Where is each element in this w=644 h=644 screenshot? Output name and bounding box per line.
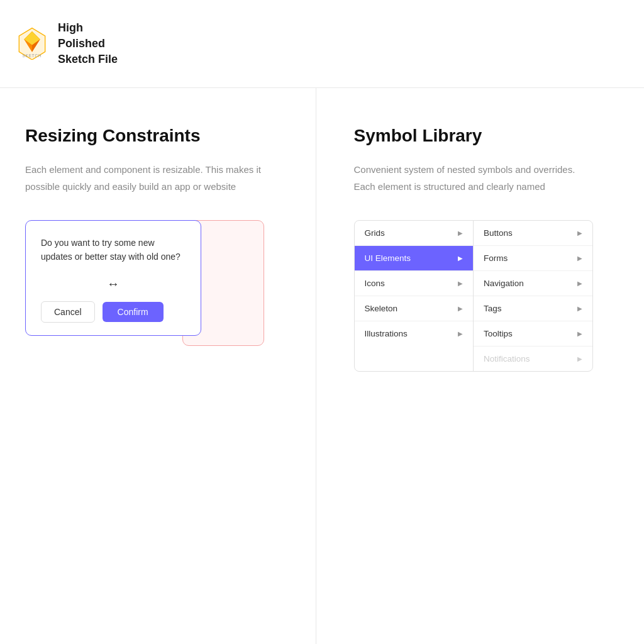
resize-handle-area: ↔: [41, 277, 186, 291]
menu-item-grids[interactable]: Grids ▶: [355, 221, 474, 246]
chevron-right-icon: ▶: [577, 330, 582, 337]
menu-item-icons-label: Icons: [365, 279, 385, 288]
menu-item-ui-elements-label: UI Elements: [365, 253, 411, 263]
chevron-right-icon: ▶: [458, 305, 463, 312]
chevron-right-icon: ▶: [577, 255, 582, 262]
resizing-title: Resizing Constraints: [25, 126, 291, 146]
chevron-right-icon: ▶: [458, 330, 463, 337]
menu-item-tags-label: Tags: [484, 304, 502, 313]
logo-container: SKETCH High Polished Sketch File: [15, 20, 118, 68]
menu-item-illustrations-label: Illustrations: [365, 329, 408, 338]
menu-item-illustrations[interactable]: Illustrations ▶: [355, 321, 474, 346]
chevron-right-icon: ▶: [458, 255, 463, 262]
chevron-right-icon: ▶: [458, 230, 463, 236]
menu-item-forms-label: Forms: [484, 253, 508, 263]
dialog-question: Do you want to try some new updates or b…: [41, 236, 186, 264]
svg-text:SKETCH: SKETCH: [23, 53, 42, 58]
symbol-library-title: Symbol Library: [354, 126, 619, 146]
menu-item-navigation-label: Navigation: [484, 279, 524, 288]
main-content: Resizing Constraints Each element and co…: [0, 88, 644, 644]
menu-item-skeleton[interactable]: Skeleton ▶: [355, 296, 474, 321]
dialog-wrapper: Do you want to try some new updates or b…: [25, 220, 264, 358]
app-title: High Polished Sketch File: [58, 20, 118, 68]
cancel-button[interactable]: Cancel: [41, 301, 95, 323]
chevron-right-icon: ▶: [458, 280, 463, 287]
dialog-buttons: Cancel Confirm: [41, 301, 186, 323]
chevron-right-icon: ▶: [577, 280, 582, 287]
sketch-logo: SKETCH: [15, 26, 49, 62]
resizing-description: Each element and component is resizable.…: [25, 161, 264, 195]
symbol-menu: Grids ▶ UI Elements ▶ Icons ▶ Skeleton ▶…: [354, 220, 593, 372]
menu-item-tags[interactable]: Tags ▶: [474, 296, 592, 321]
menu-item-tooltips-label: Tooltips: [484, 329, 513, 338]
chevron-right-icon: ▶: [577, 305, 582, 312]
menu-item-notifications-label: Notifications: [484, 354, 530, 364]
left-panel: Resizing Constraints Each element and co…: [0, 88, 316, 644]
menu-item-buttons-label: Buttons: [484, 228, 513, 238]
resize-arrow-icon: ↔: [107, 277, 119, 291]
chevron-right-icon: ▶: [577, 230, 582, 236]
menu-item-forms[interactable]: Forms ▶: [474, 246, 592, 271]
menu-column-right: Buttons ▶ Forms ▶ Navigation ▶ Tags ▶ To…: [474, 221, 592, 371]
dialog-box: Do you want to try some new updates or b…: [25, 220, 201, 336]
app-header: SKETCH High Polished Sketch File: [0, 0, 644, 88]
menu-column-left: Grids ▶ UI Elements ▶ Icons ▶ Skeleton ▶…: [355, 221, 474, 371]
menu-item-grids-label: Grids: [365, 228, 385, 238]
menu-item-buttons[interactable]: Buttons ▶: [474, 221, 592, 246]
menu-item-tooltips[interactable]: Tooltips ▶: [474, 321, 592, 347]
menu-item-navigation[interactable]: Navigation ▶: [474, 271, 592, 296]
menu-item-notifications: Notifications ▶: [474, 347, 592, 371]
menu-item-skeleton-label: Skeleton: [365, 304, 398, 313]
chevron-right-icon: ▶: [577, 355, 582, 362]
right-panel: Symbol Library Convenient system of nest…: [316, 88, 645, 644]
symbol-library-description: Convenient system of nested symbols and …: [354, 161, 593, 195]
confirm-button[interactable]: Confirm: [103, 302, 164, 322]
menu-item-icons[interactable]: Icons ▶: [355, 271, 474, 296]
menu-item-ui-elements[interactable]: UI Elements ▶: [355, 246, 474, 271]
